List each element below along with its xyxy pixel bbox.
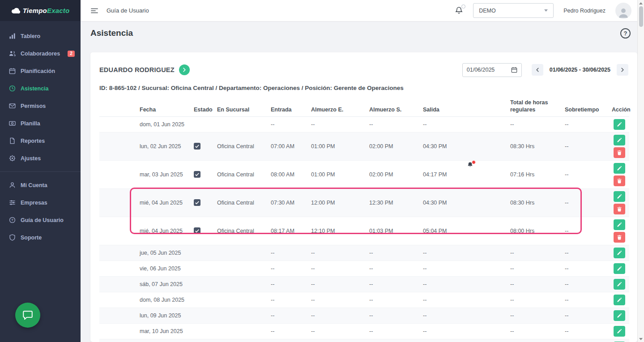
cell-salida: -- <box>420 324 508 339</box>
date-input[interactable]: 01/06/2025 <box>462 63 522 77</box>
cell-almuerzo-salida: -- <box>367 245 420 261</box>
estado-checkbox[interactable] <box>194 227 200 234</box>
avatar[interactable] <box>615 3 631 19</box>
sidebar-item-tablero[interactable]: Tablero <box>0 27 81 45</box>
prev-period-button[interactable] <box>532 64 543 76</box>
sidebar-item-soporte[interactable]: Soporte <box>0 229 81 246</box>
cell-estado <box>191 117 214 133</box>
cell-en-sucursal: Oficina Central <box>214 133 268 161</box>
sidebar-item-ajustes[interactable]: Ajustes <box>0 150 81 167</box>
cell-salida: -- <box>420 261 508 277</box>
edit-button[interactable] <box>614 310 625 321</box>
sidebar-item-planilla[interactable]: Planilla <box>0 115 81 132</box>
user-name[interactable]: Pedro Rodriguez <box>563 8 606 14</box>
delete-button[interactable] <box>614 232 625 243</box>
delete-button[interactable] <box>614 147 625 158</box>
cell-sobretiempo: -- <box>562 324 609 339</box>
cell-almuerzo-salida: -- <box>367 117 420 133</box>
cell-en-sucursal <box>214 245 268 261</box>
trash-icon <box>617 150 622 155</box>
cell-accion <box>609 133 629 161</box>
cell-entrada: 08:17 AM <box>268 217 308 245</box>
cell-sobretiempo: -- <box>562 308 609 324</box>
sliders-icon <box>9 199 16 206</box>
sidebar-item-guia-de-usuario[interactable]: ? Guía de Usuario <box>0 211 81 229</box>
edit-button[interactable] <box>614 191 625 202</box>
cell-total-horas: -- <box>508 339 562 342</box>
delete-button[interactable] <box>614 204 625 214</box>
employee-next-button[interactable] <box>179 64 190 75</box>
sidebar-item-planificacion[interactable]: Planificación <box>0 62 81 80</box>
edit-button[interactable] <box>614 263 625 274</box>
users-icon <box>9 50 16 57</box>
app-logo[interactable]: TiempoExacto <box>0 0 81 21</box>
delete-button[interactable] <box>614 175 625 186</box>
cell-almuerzo-entrada: -- <box>308 245 367 261</box>
sidebar-item-asistencia[interactable]: Asistencia <box>0 80 81 97</box>
pencil-icon <box>617 266 622 271</box>
table-row: ------------ <box>99 339 629 342</box>
cell-almuerzo-entrada: -- <box>308 117 367 133</box>
table-row: mié, 04 Jun 2025Oficina Central08:17 AM1… <box>99 217 629 245</box>
edit-button[interactable] <box>614 326 625 337</box>
scrollbar-down-arrow[interactable] <box>638 336 644 342</box>
estado-checkbox[interactable] <box>194 143 200 150</box>
sidebar-item-empresas[interactable]: Empresas <box>0 194 81 211</box>
edit-button[interactable] <box>614 248 625 258</box>
document-icon <box>9 137 16 144</box>
cell-sobretiempo: -- <box>562 245 609 261</box>
cell-sobretiempo: -- <box>562 277 609 292</box>
cell-salida: -- <box>420 292 508 308</box>
sidebar-item-label: Planificación <box>21 68 55 74</box>
cell-total-horas: -- <box>508 324 562 339</box>
sidebar-item-permisos[interactable]: Permisos <box>0 97 81 115</box>
cell-salida: -- <box>420 277 508 292</box>
topbar-breadcrumb[interactable]: Guía de Usuario <box>107 7 149 14</box>
scrollbar[interactable] <box>637 0 644 342</box>
app-logo-text: TiempoExacto <box>23 7 70 14</box>
cell-estado <box>191 292 214 308</box>
svg-text:?: ? <box>11 218 13 222</box>
notifications-bell-icon[interactable] <box>455 6 463 15</box>
cell-sobretiempo: -- <box>562 292 609 308</box>
cell-sobretiempo: -- <box>562 189 609 217</box>
cloud-logo-icon <box>11 8 20 14</box>
edit-button[interactable] <box>614 219 625 230</box>
cell-entrada: 07:00 AM <box>268 133 308 161</box>
menu-toggle-icon[interactable] <box>90 7 98 15</box>
edit-button[interactable] <box>614 279 625 290</box>
company-select[interactable]: DEMO <box>473 3 554 18</box>
chevron-left-icon <box>535 67 540 73</box>
edit-button[interactable] <box>614 163 625 174</box>
cell-entrada: -- <box>268 339 308 342</box>
help-icon[interactable]: ? <box>620 28 631 38</box>
cell-total-horas: 08:30 Hrs <box>508 133 562 161</box>
cell-accion <box>609 217 629 245</box>
cell-almuerzo-entrada: -- <box>308 324 367 339</box>
estado-checkbox[interactable] <box>194 199 200 206</box>
scrollbar-up-arrow[interactable] <box>638 0 644 6</box>
sidebar-item-colaboradores[interactable]: Colaboradores 2 <box>0 45 81 62</box>
cell-almuerzo-entrada: 01:00 PM <box>308 133 367 161</box>
next-period-button[interactable] <box>617 64 628 76</box>
cell-salida: 04:30 PM <box>420 189 508 217</box>
edit-button[interactable] <box>614 119 625 130</box>
edit-button[interactable] <box>614 295 625 305</box>
cell-estado <box>191 217 214 245</box>
sidebar-item-reportes[interactable]: Reportes <box>0 132 81 150</box>
sidebar-divider <box>0 171 81 172</box>
scrollbar-thumb[interactable] <box>639 6 643 27</box>
cell-fecha: lun, 09 Jun 2025 <box>99 308 191 324</box>
sidebar-item-label: Planilla <box>21 120 40 127</box>
cell-entrada: 08:00 AM <box>268 161 308 189</box>
estado-checkbox[interactable] <box>194 171 200 178</box>
cell-sobretiempo: -- <box>562 161 609 189</box>
edit-button[interactable] <box>614 135 625 145</box>
cell-almuerzo-entrada: -- <box>308 261 367 277</box>
sidebar-item-mi-cuenta[interactable]: Mi Cuenta <box>0 176 81 194</box>
cell-almuerzo-entrada: -- <box>308 277 367 292</box>
chat-button[interactable] <box>15 303 40 328</box>
alert-bell-icon[interactable] <box>467 162 473 170</box>
cell-almuerzo-salida: -- <box>367 308 420 324</box>
notification-badge <box>461 4 465 9</box>
